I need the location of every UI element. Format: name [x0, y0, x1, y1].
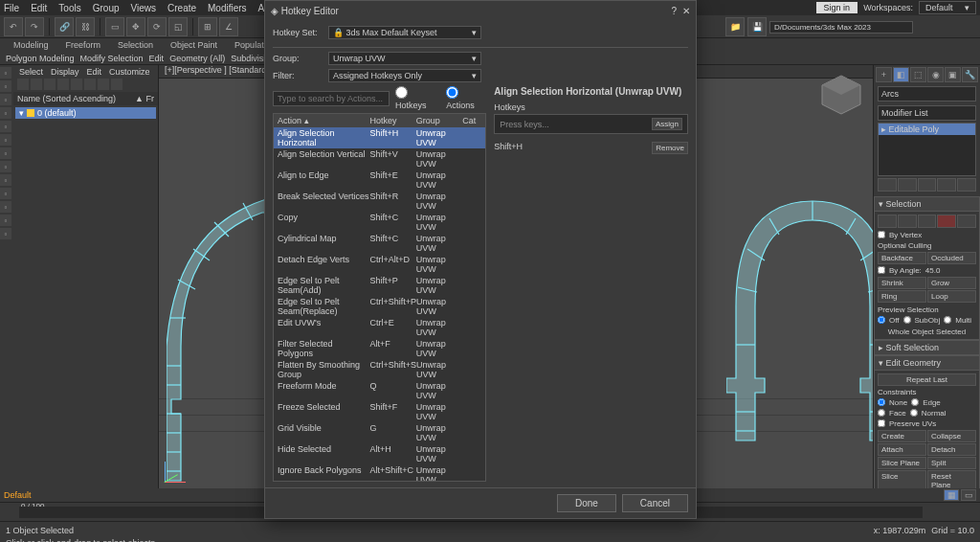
preview-multi-radio[interactable]: [944, 316, 951, 324]
action-row[interactable]: Freeform ModeQUnwrap UVW: [274, 380, 485, 401]
angle-snap-icon[interactable]: ∠: [219, 17, 238, 36]
table-header[interactable]: Action ▴ Hotkey Group Cat: [274, 114, 485, 127]
scene-tab[interactable]: Edit: [87, 67, 102, 77]
action-row[interactable]: Ignore Back PolygonsAlt+Shift+CUnwrap UV…: [274, 464, 485, 482]
modifier-stack-item[interactable]: ▸ Editable Poly: [879, 124, 975, 135]
action-table[interactable]: Action ▴ Hotkey Group Cat Align Selectio…: [273, 113, 486, 482]
dialog-titlebar[interactable]: ◈ Hotkey Editor ? ✕: [265, 1, 696, 20]
shrink-button[interactable]: Shrink: [878, 277, 926, 289]
softsel-rollout-header[interactable]: ▸ Soft Selection: [874, 340, 980, 355]
remove-button[interactable]: Remove: [652, 142, 688, 154]
tool-icon[interactable]: ▫: [0, 161, 11, 172]
unlink-icon[interactable]: ⛓: [76, 17, 95, 36]
stack-btn-icon[interactable]: [957, 178, 976, 192]
subobj-border-icon[interactable]: [918, 215, 937, 228]
ribbon-tab[interactable]: Modeling: [13, 40, 49, 50]
scene-tabs[interactable]: SelectDisplayEditCustomize: [13, 65, 158, 79]
ribbon-panel[interactable]: Edit: [149, 54, 165, 63]
action-row[interactable]: Filter Selected PolygonsAlt+FUnwrap UVW: [274, 338, 485, 359]
col-action[interactable]: Action ▴: [274, 116, 370, 125]
constraint-normal-radio[interactable]: [910, 409, 918, 417]
col-cat[interactable]: Cat: [462, 116, 485, 125]
scene-tree[interactable]: ▾ 0 (default): [13, 105, 158, 488]
subobj-vertex-icon[interactable]: [878, 215, 897, 228]
menu-create[interactable]: Create: [167, 3, 196, 13]
slice-button[interactable]: Slice: [878, 470, 926, 488]
motion-tab-icon[interactable]: ◉: [927, 67, 944, 82]
folder-icon[interactable]: 📁: [725, 17, 745, 36]
constraint-face-radio[interactable]: [878, 409, 885, 417]
col-group[interactable]: Group: [416, 116, 462, 125]
filter-icon[interactable]: [57, 79, 69, 90]
loop-button[interactable]: Loop: [927, 290, 976, 303]
tool-icon[interactable]: ▫: [0, 134, 11, 146]
repeat-last-button[interactable]: Repeat Last: [878, 373, 976, 386]
subobj-polygon-icon[interactable]: [937, 215, 956, 228]
menu-file[interactable]: File: [4, 3, 19, 13]
modifier-list-dropdown[interactable]: Modifier List: [878, 105, 976, 121]
resetplane-button[interactable]: Reset Plane: [927, 470, 976, 488]
utilities-tab-icon[interactable]: 🔧: [962, 67, 978, 82]
stack-btn-icon[interactable]: [878, 178, 897, 192]
action-row[interactable]: Break Selected VerticesShift+RUnwrap UVW: [274, 191, 485, 212]
ring-button[interactable]: Ring: [878, 290, 926, 303]
collapse-button[interactable]: Collapse: [927, 430, 976, 442]
preview-subobj-radio[interactable]: [903, 316, 911, 324]
save-icon[interactable]: 💾: [747, 17, 767, 36]
group-dropdown[interactable]: Unwrap UVW▾: [328, 52, 481, 65]
link-icon[interactable]: 🔗: [55, 17, 74, 36]
filter-icon[interactable]: [111, 79, 122, 90]
tool-icon[interactable]: ▫: [0, 147, 11, 159]
menu-group[interactable]: Group: [93, 3, 120, 13]
action-row[interactable]: Align Selection HorizontalShift+HUnwrap …: [274, 127, 485, 148]
filter-icon[interactable]: [44, 79, 56, 90]
object-name-field[interactable]: Arcs: [878, 86, 976, 102]
tool-icon[interactable]: ▫: [0, 174, 11, 186]
project-path-field[interactable]: D/Documents/3ds Max 2023: [769, 21, 913, 34]
views-grid-icon[interactable]: ▦: [944, 489, 959, 501]
ribbon-panel[interactable]: Geometry (All): [169, 54, 225, 63]
tool-icon[interactable]: ▫: [0, 228, 11, 239]
action-row[interactable]: Grid VisibleGUnwrap UVW: [274, 422, 485, 443]
command-tabs[interactable]: + ◧ ⬚ ◉ ▣ 🔧: [874, 65, 980, 84]
tool-icon[interactable]: ▫: [0, 107, 11, 119]
action-row[interactable]: Hide SelectedAlt+HUnwrap UVW: [274, 443, 485, 464]
action-row[interactable]: Flatten By Smoothing GroupCtrl+Shift+SUn…: [274, 359, 485, 380]
help-icon[interactable]: ?: [671, 6, 677, 16]
filter-icon[interactable]: [31, 79, 42, 90]
tool-icon[interactable]: ▫: [0, 121, 11, 132]
stack-btn-icon[interactable]: [918, 178, 937, 192]
create-tab-icon[interactable]: +: [876, 67, 892, 82]
selection-rollout-header[interactable]: ▾ Selection: [874, 196, 980, 212]
ribbon-tab[interactable]: Object Paint: [170, 40, 217, 50]
subobj-edge-icon[interactable]: [898, 215, 917, 228]
select-icon[interactable]: ▭: [105, 17, 124, 36]
ribbon-tab[interactable]: Selection: [118, 40, 153, 50]
stack-btn-icon[interactable]: [937, 178, 956, 192]
scene-header[interactable]: Name (Sorted Ascending) ▲ Fr: [13, 92, 158, 105]
tool-icon[interactable]: ▫: [0, 201, 11, 213]
ribbon-panel[interactable]: Modify Selection: [80, 54, 144, 63]
filter-icon[interactable]: [98, 79, 109, 90]
action-row[interactable]: Detach Edge VertsCtrl+Alt+DUnwrap UVW: [274, 254, 485, 275]
menu-edit[interactable]: Edit: [31, 3, 47, 13]
move-icon[interactable]: ✥: [126, 17, 145, 36]
col-hotkey[interactable]: Hotkey: [370, 116, 416, 125]
ribbon-panel[interactable]: Polygon Modeling: [6, 54, 75, 63]
action-row[interactable]: Align to EdgeShift+EUnwrap UVW: [274, 169, 485, 191]
modify-tab-icon[interactable]: ◧: [893, 67, 909, 82]
tool-icon[interactable]: ▫: [0, 67, 11, 79]
attach-button[interactable]: Attach: [878, 443, 926, 456]
viewcube[interactable]: [817, 71, 865, 119]
views-icon[interactable]: ▭: [961, 489, 976, 501]
done-button[interactable]: Done: [557, 494, 616, 512]
tool-icon[interactable]: ▫: [0, 215, 11, 226]
action-row[interactable]: Edge Sel to Pelt Seam(Replace)Ctrl+Shift…: [274, 296, 485, 317]
filter-icon[interactable]: [17, 79, 29, 90]
byangle-checkbox[interactable]: [878, 266, 885, 274]
action-row[interactable]: CopyShift+CUnwrap UVW: [274, 212, 485, 233]
backface-button[interactable]: Backface: [878, 252, 926, 264]
create-button[interactable]: Create: [878, 430, 926, 442]
assign-button[interactable]: Assign: [652, 118, 682, 130]
tool-icon[interactable]: ▫: [0, 94, 11, 105]
